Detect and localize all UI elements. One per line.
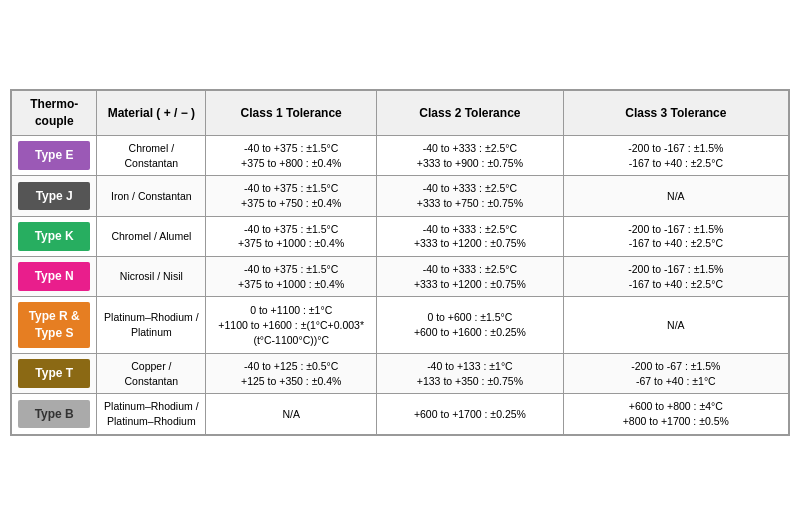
type-cell: Type B <box>12 394 97 434</box>
type-cell: Type R & Type S <box>12 297 97 354</box>
class2-cell: -40 to +333 : ±2.5°C +333 to +1200 : ±0.… <box>377 257 563 297</box>
header-material: Material ( + / − ) <box>97 91 206 136</box>
class1-cell: -40 to +375 : ±1.5°C +375 to +800 : ±0.4… <box>206 135 377 175</box>
type-label: Type J <box>18 182 90 211</box>
header-thermocouple: Thermo-couple <box>12 91 97 136</box>
material-cell: Platinum–Rhodium / Platinum <box>97 297 206 354</box>
type-label: Type N <box>18 262 90 291</box>
header-class1: Class 1 Tolerance <box>206 91 377 136</box>
type-label: Type E <box>18 141 90 170</box>
table-row: Type JIron / Constantan-40 to +375 : ±1.… <box>12 176 789 216</box>
class3-cell: -200 to -167 : ±1.5% -167 to +40 : ±2.5°… <box>563 216 788 256</box>
class3-cell: N/A <box>563 176 788 216</box>
class3-cell: N/A <box>563 297 788 354</box>
table-row: Type TCopper / Constantan-40 to +125 : ±… <box>12 353 789 393</box>
class1-cell: -40 to +375 : ±1.5°C +375 to +1000 : ±0.… <box>206 257 377 297</box>
type-cell: Type K <box>12 216 97 256</box>
material-cell: Copper / Constantan <box>97 353 206 393</box>
class1-cell: -40 to +375 : ±1.5°C +375 to +1000 : ±0.… <box>206 216 377 256</box>
type-cell: Type T <box>12 353 97 393</box>
class3-cell: -200 to -167 : ±1.5% -167 to +40 : ±2.5°… <box>563 135 788 175</box>
class2-cell: -40 to +333 : ±2.5°C +333 to +750 : ±0.7… <box>377 176 563 216</box>
header-class3: Class 3 Tolerance <box>563 91 788 136</box>
table-row: Type KChromel / Alumel-40 to +375 : ±1.5… <box>12 216 789 256</box>
material-cell: Nicrosil / Nisil <box>97 257 206 297</box>
type-label: Type B <box>18 400 90 429</box>
type-cell: Type E <box>12 135 97 175</box>
type-cell: Type N <box>12 257 97 297</box>
type-cell: Type J <box>12 176 97 216</box>
table-row: Type NNicrosil / Nisil-40 to +375 : ±1.5… <box>12 257 789 297</box>
class3-cell: +600 to +800 : ±4°C +800 to +1700 : ±0.5… <box>563 394 788 434</box>
table-row: Type EChromel / Constantan-40 to +375 : … <box>12 135 789 175</box>
table-row: Type R & Type SPlatinum–Rhodium / Platin… <box>12 297 789 354</box>
class2-cell: -40 to +133 : ±1°C +133 to +350 : ±0.75% <box>377 353 563 393</box>
type-label: Type T <box>18 359 90 388</box>
class1-cell: 0 to +1100 : ±1°C +1100 to +1600 : ±(1°C… <box>206 297 377 354</box>
class2-cell: +600 to +1700 : ±0.25% <box>377 394 563 434</box>
class3-cell: -200 to -67 : ±1.5% -67 to +40 : ±1°C <box>563 353 788 393</box>
table-row: Type BPlatinum–Rhodium / Platinum–Rhodiu… <box>12 394 789 434</box>
class2-cell: -40 to +333 : ±2.5°C +333 to +900 : ±0.7… <box>377 135 563 175</box>
material-cell: Platinum–Rhodium / Platinum–Rhodium <box>97 394 206 434</box>
class1-cell: -40 to +375 : ±1.5°C +375 to +750 : ±0.4… <box>206 176 377 216</box>
class3-cell: -200 to -167 : ±1.5% -167 to +40 : ±2.5°… <box>563 257 788 297</box>
material-cell: Iron / Constantan <box>97 176 206 216</box>
thermocouple-table: Thermo-couple Material ( + / − ) Class 1… <box>10 89 790 435</box>
class1-cell: N/A <box>206 394 377 434</box>
class2-cell: -40 to +333 : ±2.5°C +333 to +1200 : ±0.… <box>377 216 563 256</box>
material-cell: Chromel / Constantan <box>97 135 206 175</box>
header-class2: Class 2 Tolerance <box>377 91 563 136</box>
type-label: Type R & Type S <box>18 302 90 348</box>
class2-cell: 0 to +600 : ±1.5°C +600 to +1600 : ±0.25… <box>377 297 563 354</box>
material-cell: Chromel / Alumel <box>97 216 206 256</box>
class1-cell: -40 to +125 : ±0.5°C +125 to +350 : ±0.4… <box>206 353 377 393</box>
type-label: Type K <box>18 222 90 251</box>
